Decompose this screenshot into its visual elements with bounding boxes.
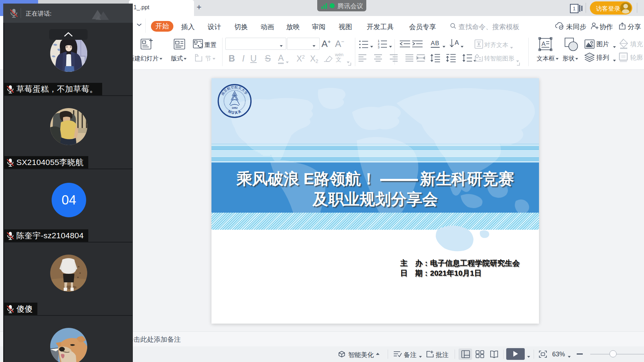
- svg-text:A: A: [541, 41, 546, 47]
- svg-text:3: 3: [378, 46, 379, 49]
- svg-text:A: A: [455, 39, 459, 46]
- svg-text:NUAA: NUAA: [227, 109, 242, 115]
- svg-text:1952: 1952: [232, 106, 238, 110]
